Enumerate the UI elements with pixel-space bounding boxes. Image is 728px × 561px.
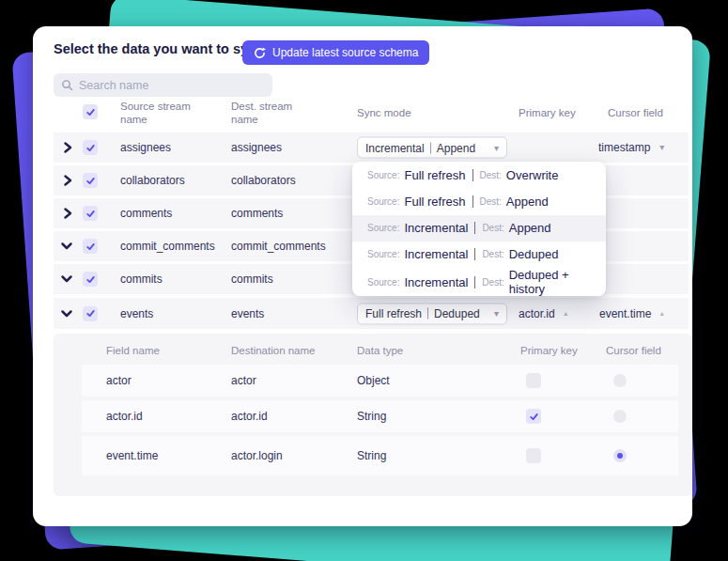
divider	[474, 222, 475, 234]
chevron-down-icon: ▾	[494, 309, 499, 319]
source-prefix: Source:	[367, 277, 399, 288]
dest-prefix: Dest:	[482, 249, 503, 259]
destination-name: actor.id	[231, 410, 268, 423]
sync-config-panel: Select the data you want to sync Update …	[33, 26, 692, 526]
primary-key-select[interactable]: actor.id ▲	[519, 307, 569, 320]
search-icon	[61, 79, 73, 91]
stream-checkbox[interactable]	[83, 239, 98, 254]
sync-mode-option-5[interactable]: Source: Incremental Dest: Deduped + hist…	[352, 268, 606, 296]
expand-chevron-right-icon[interactable]	[62, 207, 73, 220]
dest-stream-name: commit_comments	[231, 240, 326, 253]
update-schema-label: Update latest source schema	[272, 46, 418, 59]
column-header-cursor-field: Cursor field	[608, 107, 663, 120]
sync-mode-select[interactable]: Incremental Append ▾	[357, 137, 507, 159]
expand-chevron-right-icon[interactable]	[62, 174, 73, 187]
option-dest: Deduped	[509, 247, 559, 261]
cursor-field-select[interactable]: timestamp ▾	[598, 141, 664, 154]
field-name: actor.id	[106, 410, 143, 423]
field-column-header-field: Field name	[106, 345, 160, 356]
sync-mode-select[interactable]: Full refresh Deduped ▾	[357, 303, 507, 324]
collapse-chevron-down-icon[interactable]	[60, 273, 73, 285]
option-source: Incremental	[404, 247, 468, 261]
collapse-chevron-down-icon[interactable]	[60, 241, 73, 252]
sync-mode-option-3[interactable]: Source: Incremental Dest: Append	[352, 215, 606, 242]
collapse-chevron-down-icon[interactable]	[60, 308, 73, 319]
sync-source-value: Incremental	[365, 141, 425, 154]
dest-stream-name: comments	[231, 207, 283, 220]
select-all-checkbox[interactable]	[83, 104, 98, 119]
column-header-dest: Dest. stream name	[231, 101, 304, 127]
chevron-down-icon: ▾	[494, 143, 499, 152]
dest-stream-name: commits	[231, 273, 273, 286]
source-stream-name: assignees	[120, 141, 171, 154]
stream-checkbox[interactable]	[83, 306, 98, 321]
stream-checkbox[interactable]	[83, 272, 98, 287]
dest-stream-name: collaborators	[231, 174, 296, 187]
cursor-field-value: timestamp	[598, 141, 650, 154]
cursor-field-radio[interactable]	[613, 449, 627, 462]
option-dest: Overwrite	[506, 168, 559, 182]
field-row-event-time: event.time actor.login String	[82, 436, 678, 475]
source-stream-name: collaborators	[120, 174, 185, 187]
primary-key-checkbox[interactable]	[526, 448, 541, 463]
refresh-icon	[254, 47, 266, 59]
stream-checkbox[interactable]	[83, 173, 98, 188]
data-type: String	[357, 449, 386, 462]
chevron-down-icon: ▾	[659, 143, 664, 152]
stream-checkbox[interactable]	[83, 140, 98, 155]
option-source: Full refresh	[404, 168, 465, 182]
source-stream-name: commit_comments	[120, 240, 215, 253]
update-schema-button[interactable]: Update latest source schema	[242, 40, 429, 65]
expand-chevron-right-icon[interactable]	[62, 141, 73, 154]
primary-key-checkbox[interactable]	[526, 409, 541, 424]
column-header-primary-key: Primary key	[519, 107, 576, 120]
cursor-field-value: event.time	[599, 307, 651, 320]
sync-mode-option-1[interactable]: Source: Full refresh Dest: Overwrite	[352, 162, 606, 188]
source-stream-name: commits	[120, 273, 163, 286]
stream-row-assignees: assignees assignees Incremental Append ▾…	[54, 132, 689, 163]
dest-prefix: Dest:	[482, 223, 503, 233]
divider	[430, 142, 431, 153]
source-prefix: Source:	[367, 170, 399, 180]
cursor-field-radio[interactable]	[613, 374, 627, 387]
cursor-field-radio[interactable]	[613, 410, 627, 423]
option-dest: Append	[506, 195, 549, 209]
source-stream-name: events	[120, 307, 153, 320]
field-column-header-destination: Destination name	[231, 345, 316, 356]
stream-checkbox[interactable]	[83, 206, 98, 221]
sync-mode-option-4[interactable]: Source: Incremental Dest: Deduped	[352, 242, 606, 268]
sync-mode-dropdown: Source: Full refresh Dest: Overwrite Sou…	[352, 162, 606, 296]
source-prefix: Source:	[367, 223, 399, 233]
cursor-field-select[interactable]: event.time ▲	[599, 307, 665, 320]
dest-stream-name: events	[231, 307, 264, 320]
divider	[472, 195, 473, 208]
field-name: event.time	[106, 449, 158, 462]
primary-key-value: actor.id	[519, 307, 555, 320]
sync-source-value: Full refresh	[365, 307, 422, 320]
search-box[interactable]	[54, 73, 272, 97]
source-prefix: Source:	[367, 196, 399, 207]
sort-up-icon: ▲	[563, 310, 569, 317]
source-stream-name: comments	[120, 207, 172, 220]
source-prefix: Source:	[367, 249, 399, 259]
option-dest: Append	[509, 221, 551, 235]
field-column-header-primary-key: Primary key	[520, 345, 578, 356]
divider	[472, 169, 473, 181]
dest-prefix: Dest:	[480, 170, 502, 180]
column-header-sync-mode: Sync mode	[357, 107, 411, 120]
sync-mode-option-2[interactable]: Source: Full refresh Dest: Append	[352, 188, 606, 214]
stage: Select the data you want to sync Update …	[0, 0, 728, 561]
field-row-actor-id: actor.id actor.id String	[82, 400, 678, 432]
divider	[474, 248, 475, 260]
sync-dest-value: Append	[437, 141, 475, 154]
divider	[474, 276, 475, 288]
events-fields-panel: Field name Destination name Data type Pr…	[54, 334, 692, 496]
divider	[427, 308, 428, 319]
search-input[interactable]	[79, 79, 265, 92]
destination-name: actor	[231, 374, 256, 387]
sort-up-icon: ▲	[658, 310, 665, 317]
column-header-source: Source stream name	[120, 101, 203, 127]
option-source: Incremental	[404, 275, 468, 289]
primary-key-checkbox[interactable]	[526, 373, 541, 388]
field-column-header-cursor-field: Cursor field	[606, 345, 661, 356]
